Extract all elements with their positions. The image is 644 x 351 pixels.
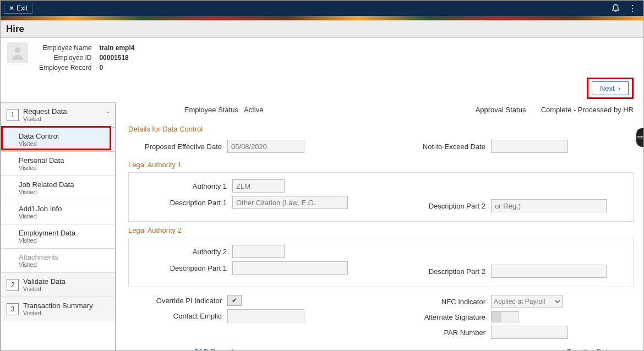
close-icon: ✕ [9,4,14,12]
step-sublabel: Visited [19,261,58,268]
sidebar-item-addl-job-info[interactable]: Add'l Job InfoVisited [1,200,115,224]
step-badge: 3 [7,303,19,315]
sidebar-item-employment-data[interactable]: Employment DataVisited [1,224,115,249]
banner-decoration [1,16,643,20]
par-remarks-link[interactable]: PAR Remarks [194,348,239,351]
page-title: Hire [1,20,643,38]
step-sublabel: Visited [19,213,62,220]
sidebar-step-request-data[interactable]: 1 Request DataVisited ˄ [1,103,115,127]
la1-dp1-input[interactable] [232,196,348,209]
auth2-label: Authority 2 [133,248,227,256]
exit-label: Exit [17,4,28,12]
sidebar-item-attachments[interactable]: AttachmentsVisited [1,249,115,273]
proposed-date-label: Proposed Effective Date [128,142,222,151]
step-sublabel: Visited [23,116,67,122]
chevron-up-icon: ˄ [106,111,110,119]
avatar [7,42,28,63]
next-highlight: Next › [587,78,634,99]
exit-button[interactable]: ✕ Exit [4,3,32,14]
step-sublabel: Visited [19,140,59,147]
step-badge: 2 [7,279,19,291]
sidebar-step-transaction-summary[interactable]: 3 Transaction SummaryVisited [1,297,115,321]
step-sublabel: Visited [19,237,75,244]
la1-dp2-input[interactable] [491,199,607,212]
auth2-input[interactable] [232,245,285,258]
section-la2: Legal Authority 2 [128,226,634,234]
emp-name-value: train empl4 [96,43,138,52]
employee-header: Employee Nametrain empl4 Employee ID0000… [35,42,139,73]
auth1-label: Authority 1 [133,182,227,190]
emp-id-value: 00001518 [96,53,138,62]
emp-id-label: Employee ID [36,53,95,62]
step-title: Add'l Job Info [19,205,62,213]
main-content: Employee StatusActive Approval Status Co… [116,102,643,351]
section-la1: Legal Authority 1 [128,161,634,169]
contact-emplid-label: Contact Emplid [128,312,222,320]
step-title: Data Control [19,132,59,140]
la2-dp1-label: Description Part 1 [133,264,227,272]
nte-label: Not-to-Exceed Date [392,142,485,151]
par-number-label: PAR Number [392,328,485,337]
contact-emplid-input[interactable] [227,309,304,322]
step-title: Validate Data [23,277,66,286]
notification-bell-icon[interactable] [611,3,620,14]
step-title: Personal Data [19,156,64,164]
step-sublabel: Visited [19,164,64,171]
sidebar-item-personal-data[interactable]: Personal DataVisited [1,152,115,176]
sidebar-step-validate-data[interactable]: 2 Validate DataVisited [1,273,115,297]
step-sublabel: Visited [23,286,66,292]
next-label: Next [600,84,615,92]
emp-status-label: Employee Status [128,106,238,114]
emp-record-label: Employee Record [36,63,95,72]
nte-input[interactable] [491,140,568,153]
auth1-input[interactable] [232,179,285,193]
section-details: Details for Data Control [128,125,634,133]
step-badge: 1 [7,109,19,121]
la1-dp2-label: Description Part 2 [392,202,485,210]
la2-dp2-label: Description Part 2 [392,267,485,276]
override-pi-label: Override PI Indicator [128,297,222,305]
emp-record-value: 0 [96,63,138,72]
emp-name-label: Employee Name [36,43,95,52]
sidebar-item-data-control[interactable]: Data ControlVisited [1,127,115,152]
next-button[interactable]: Next › [592,81,629,95]
step-title: Attachments [19,253,58,261]
sidebar-item-job-related[interactable]: Job Related DataVisited [1,176,115,200]
la2-dp1-input[interactable] [232,261,348,275]
alt-sig-label: Alternate Signature [392,313,485,321]
override-pi-checkbox[interactable]: ✔ [227,295,242,306]
step-title: Transaction Summary [23,301,93,310]
chevron-right-icon: › [618,84,620,92]
step-title: Job Related Data [19,180,74,189]
step-sublabel: Visited [23,310,93,316]
approval-status-value: Complete - Processed by HR [541,106,634,114]
step-sublabel: Visited [19,189,74,195]
more-menu-icon[interactable]: ⋮ [628,3,637,14]
nfc-select[interactable]: Applied at Payroll [491,295,563,308]
la1-dp1-label: Description Part 1 [133,199,227,207]
par-number-input[interactable] [491,326,568,339]
step-title: Employment Data [19,229,75,237]
emp-status-value: Active [244,106,263,114]
svg-point-0 [15,47,20,53]
wizard-sidebar: 1 Request DataVisited ˄ Data ControlVisi… [1,102,116,351]
tracking-data-link[interactable]: Tracking Data [567,348,612,351]
approval-status-label: Approval Status [476,106,526,114]
la2-dp2-input[interactable] [491,265,607,278]
step-title: Request Data [23,107,67,116]
nfc-label: NFC Indicator [392,298,485,306]
scroll-handle-icon[interactable]: || [636,128,644,147]
proposed-date-input[interactable] [227,140,304,153]
